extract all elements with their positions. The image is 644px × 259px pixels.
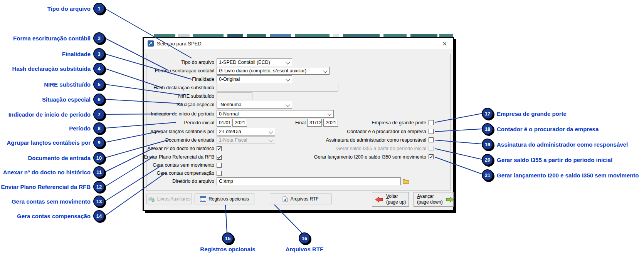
periodo-inicial-data-input[interactable]: 01/01 [217, 119, 231, 127]
callout-12: Enviar Plano Referencial da RFB12 [0, 181, 105, 192]
empresa-grande-porte-label: Empresa de grande porte [311, 119, 426, 127]
assinatura-administrador-label: Assinatura do administrador como respons… [311, 136, 426, 144]
assinatura-administrador-checkbox[interactable] [429, 137, 434, 142]
close-icon[interactable]: ✕ [440, 40, 449, 47]
dialog-title: Seleção para SPED [157, 41, 202, 47]
documento-entrada-label: Documento de entrada [144, 136, 214, 144]
green-right-arrow-icon [446, 197, 454, 202]
rtf-document-icon [282, 196, 288, 202]
tipo-arquivo-select[interactable]: 1-SPED Contábil (ECD) [217, 58, 292, 66]
tipo-arquivo-label: Tipo do arquivo [144, 58, 214, 66]
anexar-docto-checkbox[interactable] [217, 146, 222, 151]
situacao-especial-label: Situação especial [144, 101, 214, 109]
nire-input [217, 92, 252, 100]
nire-label: NIRE substituído [144, 92, 214, 100]
hash-declaracao-label: Hash declaração substituída [144, 84, 214, 92]
chevron-down-icon [323, 69, 327, 73]
gerar-lancamento-i200-label: Gerar lançamento I200 e saldo I350 sem m… [311, 153, 426, 161]
callout-3: Finalidade3 [0, 48, 105, 60]
periodo-inicial-ano-input[interactable]: 2021 [232, 119, 247, 127]
anexar-docto-label: Anexar nº do docto no histórico [144, 145, 214, 152]
callout-7: Indicador de início de período7 [0, 109, 105, 120]
callout-9: Agrupar lançtos contábeis por9 [0, 137, 105, 148]
avancar-button[interactable]: Avançar(page down) [414, 192, 454, 207]
chevron-down-icon [269, 129, 273, 134]
enviar-plano-checkbox[interactable] [217, 155, 222, 160]
callout-19: 19Assinatura do administrador como respo… [482, 139, 628, 150]
chevron-down-icon [327, 112, 331, 116]
diretorio-input[interactable]: C:\tmp [217, 177, 401, 185]
voltar-button[interactable]: Voltar(page up) [372, 192, 409, 207]
gera-sem-movimento-label: Gera contas sem movimento [144, 161, 214, 169]
red-left-arrow-icon [375, 197, 383, 202]
agrupar-label: Agrupar lançtos contábeis por [144, 128, 214, 135]
chevron-down-icon [269, 138, 273, 142]
finalidade-select[interactable]: 0-Original [217, 75, 292, 83]
callout-11: Anexar nº do docto no histórico11 [0, 166, 105, 178]
forma-escrituracao-select[interactable]: G-Livro diário (completo, s/escrit.auxil… [217, 67, 330, 75]
livros-auxiliares-button: $ Livros Auxiliares [146, 194, 192, 204]
callout-10: Documento de entrada10 [0, 152, 105, 164]
gera-sem-movimento-checkbox[interactable] [217, 163, 222, 168]
hash-declaracao-input [217, 84, 338, 92]
diretorio-label: Diretório do arquivo [144, 177, 214, 185]
agrupar-select[interactable]: 2-Lote/Dia [217, 128, 275, 135]
books-icon: $ [148, 196, 155, 202]
arquivos-rtf-button[interactable]: Arquivos RTF [270, 194, 331, 204]
callout-1: Tipo do arquivo1 [0, 3, 105, 14]
chevron-down-icon [286, 60, 290, 64]
finalidade-label: Finalidade [144, 75, 214, 83]
callout-20: 20Gerar saldo I355 a partir do período i… [482, 154, 612, 165]
empresa-grande-porte-checkbox[interactable] [429, 120, 434, 125]
indicador-inicio-label: Indicador de início de período [144, 110, 214, 118]
periodo-final-label: Final [275, 119, 306, 127]
contador-procurador-checkbox[interactable] [429, 129, 434, 134]
app-icon [148, 40, 154, 47]
callout-18: 18Contador é o procurador da empresa [482, 123, 599, 135]
title-bar: Seleção para SPED ✕ [144, 38, 453, 49]
callout-13: Gera contas sem movimento13 [0, 196, 105, 207]
callout-4: Hash declaração substituída4 [0, 63, 105, 74]
forma-escrituracao-label: Forma escrituração contábil [144, 67, 214, 75]
list-form-icon [200, 196, 206, 202]
annotated-screenshot: Seleção para SPED ✕ Tipo do arquivo 1-SP… [0, 0, 644, 259]
chevron-down-icon [286, 77, 290, 81]
callout-8: Período8 [0, 122, 105, 134]
gerar-saldo-i355-checkbox [429, 146, 434, 151]
callout-15: 15Registros opcionais [189, 232, 266, 252]
gerar-saldo-i355-label: Gerar saldo I355 a partir do período ini… [311, 145, 426, 152]
gera-compensacao-label: Gera contas compensação [144, 169, 214, 177]
callout-2: Forma escrituração contábil2 [0, 32, 105, 44]
gerar-lancamento-i200-checkbox[interactable] [429, 154, 434, 159]
callout-17: 17Empresa de grande porte [482, 108, 567, 119]
callout-16: 16Arquivos RTF [266, 232, 343, 252]
sped-selection-dialog: Seleção para SPED ✕ Tipo do arquivo 1-SP… [143, 37, 454, 211]
contador-procurador-label: Contador é o procurador da empresa [311, 128, 426, 135]
callout-5: NIRE substituído5 [0, 79, 105, 90]
callout-14: Gera contas compensação14 [0, 210, 105, 222]
enviar-plano-label: Enviar Plano Referencial da RFB [144, 153, 214, 161]
callout-6: Situação especial6 [0, 94, 105, 105]
situacao-especial-select[interactable]: -Nenhuma [217, 101, 292, 109]
indicador-inicio-select[interactable]: 0-Normal [217, 110, 334, 118]
registros-opcionais-button[interactable]: Registros opcionais [195, 194, 254, 204]
periodo-inicial-label: Período inicial [144, 119, 214, 127]
gera-compensacao-checkbox[interactable] [217, 171, 222, 176]
folder-icon[interactable] [403, 178, 409, 185]
callout-21: 21Gerar lançamento I200 e saldo I350 sem… [482, 169, 639, 181]
documento-entrada-select: 1-Nota Fiscal [217, 136, 275, 144]
chevron-down-icon [286, 102, 290, 107]
